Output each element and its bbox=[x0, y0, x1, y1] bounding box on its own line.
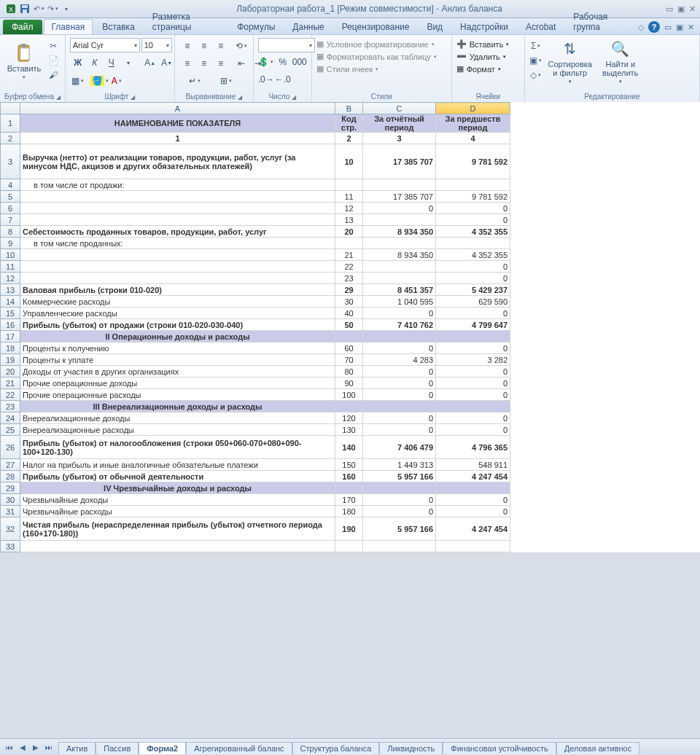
ribbon-tab[interactable]: Формулы bbox=[229, 19, 283, 34]
cell[interactable]: 22 bbox=[335, 261, 363, 273]
cell[interactable]: 0 bbox=[363, 378, 436, 389]
ribbon-tab[interactable]: Надстройки bbox=[452, 19, 516, 34]
cell[interactable]: 12 bbox=[335, 203, 363, 214]
row-header[interactable]: 19 bbox=[1, 354, 20, 366]
cell[interactable]: Прибыль (убыток) от налогообложения (стр… bbox=[20, 436, 335, 459]
cell[interactable] bbox=[363, 482, 436, 494]
ribbon-tab[interactable]: Acrobat bbox=[518, 19, 564, 34]
cell[interactable]: Внереализационные доходы bbox=[20, 412, 335, 424]
underline-button[interactable]: Ч bbox=[104, 55, 120, 71]
conditional-formatting-button[interactable]: ▦Условное форматирование▾ bbox=[316, 39, 437, 49]
row-header[interactable]: 24 bbox=[1, 412, 20, 424]
row-header[interactable]: 30 bbox=[1, 494, 20, 506]
minimize-icon[interactable]: ▭ bbox=[666, 4, 673, 14]
bold-button[interactable]: Ж bbox=[70, 55, 86, 71]
format-painter-icon[interactable]: 🖌 bbox=[47, 69, 60, 82]
row-header[interactable]: 22 bbox=[1, 389, 20, 401]
cell[interactable]: 7 410 762 bbox=[363, 319, 436, 331]
cell[interactable]: 3 bbox=[363, 133, 436, 144]
row-header[interactable]: 17 bbox=[1, 331, 20, 343]
row-header[interactable]: 9 bbox=[1, 238, 20, 249]
cell[interactable]: 0 bbox=[436, 494, 510, 506]
cell[interactable]: 1 bbox=[20, 133, 335, 144]
cell[interactable] bbox=[335, 179, 363, 191]
ribbon-tab[interactable]: Вид bbox=[419, 19, 451, 34]
cell[interactable]: 150 bbox=[335, 459, 363, 471]
spreadsheet-grid[interactable]: A B C D 1 НАИМЕНОВАНИЕ ПОКАЗАТЕЛЯ Код ст… bbox=[0, 102, 510, 552]
cut-icon[interactable]: ✂ bbox=[47, 39, 60, 52]
cell[interactable]: Внереализационные расходы bbox=[20, 424, 335, 436]
cell[interactable]: 20 bbox=[335, 226, 363, 238]
cell[interactable] bbox=[20, 273, 335, 284]
sheet-tab[interactable]: Форма2 bbox=[139, 742, 186, 754]
cell[interactable]: 100 bbox=[335, 389, 363, 401]
close-icon[interactable]: ✕ bbox=[689, 4, 696, 14]
shrink-font-icon[interactable]: A▼ bbox=[159, 55, 175, 71]
cell[interactable]: 0 bbox=[363, 366, 436, 378]
cell[interactable]: 8 451 357 bbox=[363, 284, 436, 296]
cell[interactable] bbox=[20, 191, 335, 203]
row-header[interactable]: 12 bbox=[1, 273, 20, 284]
ribbon-restore-icon[interactable]: ▣ bbox=[676, 23, 683, 32]
cell[interactable]: Чрезвычайные доходы bbox=[20, 494, 335, 506]
cell[interactable]: 5 957 166 bbox=[363, 517, 436, 541]
cell[interactable]: Выручка (нетто) от реализации товаров, п… bbox=[20, 144, 335, 179]
cell[interactable]: 3 282 bbox=[436, 354, 510, 366]
cell[interactable] bbox=[20, 261, 335, 273]
cell[interactable]: 0 bbox=[436, 389, 510, 401]
cell[interactable] bbox=[363, 179, 436, 191]
format-as-table-button[interactable]: ▦Форматировать как таблицу▾ bbox=[316, 52, 437, 61]
cell[interactable]: 0 bbox=[363, 203, 436, 214]
cell[interactable]: 0 bbox=[363, 343, 436, 354]
cell[interactable] bbox=[436, 401, 510, 412]
sheet-tab[interactable]: Финансовая устойчивость bbox=[443, 742, 556, 754]
cell[interactable]: 23 bbox=[335, 273, 363, 284]
sheet-tab[interactable]: Актив bbox=[58, 742, 96, 754]
cell[interactable]: 8 934 350 bbox=[363, 226, 436, 238]
cell[interactable]: 0 bbox=[363, 308, 436, 319]
cell[interactable]: 0 bbox=[436, 203, 510, 214]
row-header[interactable]: 3 bbox=[1, 144, 20, 179]
cell[interactable]: 30 bbox=[335, 296, 363, 308]
cell[interactable]: 120 bbox=[335, 412, 363, 424]
cell[interactable] bbox=[363, 331, 436, 343]
cell[interactable]: 9 781 592 bbox=[436, 191, 510, 203]
cell[interactable]: 9 781 592 bbox=[436, 144, 510, 179]
cell[interactable]: 160 bbox=[335, 471, 363, 482]
row-header[interactable]: 5 bbox=[1, 191, 20, 203]
cell[interactable]: 70 bbox=[335, 354, 363, 366]
cell[interactable]: НАИМЕНОВАНИЕ ПОКАЗАТЕЛЯ bbox=[20, 114, 335, 133]
cell[interactable]: 0 bbox=[363, 389, 436, 401]
row-header[interactable]: 16 bbox=[1, 319, 20, 331]
cell[interactable]: 0 bbox=[363, 494, 436, 506]
cell[interactable]: 4 bbox=[436, 133, 510, 144]
row-header[interactable]: 29 bbox=[1, 482, 20, 494]
ribbon-minimize-icon[interactable]: ▭ bbox=[664, 23, 672, 32]
cell[interactable] bbox=[20, 203, 335, 214]
cell[interactable]: 0 bbox=[436, 343, 510, 354]
cell[interactable]: За отчётный период bbox=[363, 114, 436, 133]
sheet-tab[interactable]: Пассив bbox=[96, 742, 139, 754]
cell[interactable]: Прочие операционные расходы bbox=[20, 389, 335, 401]
cell[interactable]: 0 bbox=[436, 412, 510, 424]
align-middle-icon[interactable]: ≡ bbox=[196, 38, 212, 54]
align-bottom-icon[interactable]: ≡ bbox=[213, 38, 229, 54]
cell[interactable]: 4 352 355 bbox=[436, 249, 510, 261]
cell[interactable]: 0 bbox=[436, 261, 510, 273]
ribbon-tab[interactable]: Главная bbox=[44, 19, 93, 34]
qat-customize-icon[interactable]: ▾ bbox=[60, 2, 73, 15]
orientation-icon[interactable]: ⟲ bbox=[233, 38, 249, 54]
cell[interactable]: 4 352 355 bbox=[436, 226, 510, 238]
help-icon[interactable]: ? bbox=[648, 21, 660, 33]
align-right-icon[interactable]: ≡ bbox=[213, 55, 229, 71]
comma-icon[interactable]: 000 bbox=[292, 54, 308, 70]
ribbon-close-icon[interactable]: ✕ bbox=[688, 23, 694, 32]
row-header[interactable]: 10 bbox=[1, 249, 20, 261]
worksheet-area[interactable]: A B C D 1 НАИМЕНОВАНИЕ ПОКАЗАТЕЛЯ Код ст… bbox=[0, 102, 700, 739]
dialog-launcher-icon[interactable]: ◢ bbox=[56, 94, 61, 101]
row-header[interactable]: 26 bbox=[1, 436, 20, 459]
cell[interactable] bbox=[363, 261, 436, 273]
sheet-nav-next-icon[interactable]: ▶ bbox=[29, 740, 42, 754]
row-header[interactable]: 18 bbox=[1, 343, 20, 354]
cell[interactable]: 0 bbox=[436, 378, 510, 389]
